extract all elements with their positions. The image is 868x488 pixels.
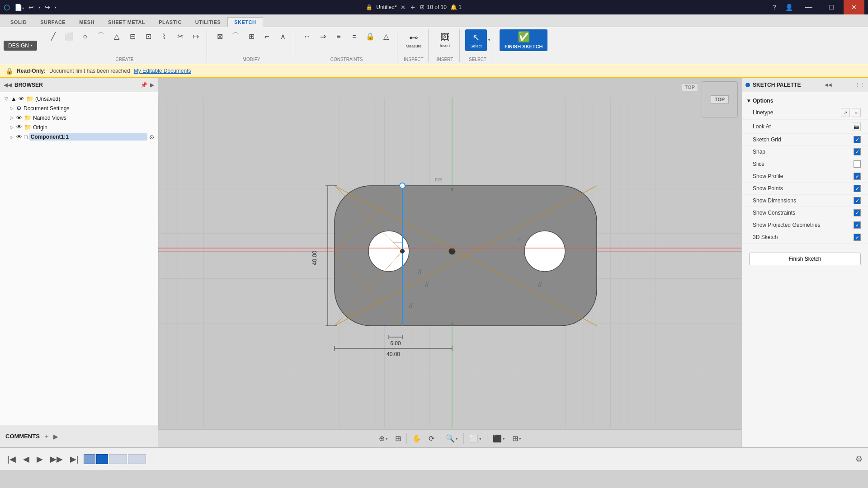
create-point-btn[interactable]: ⊡ bbox=[141, 29, 156, 44]
modify-pattern-btn[interactable]: ⊞ bbox=[244, 29, 259, 44]
tab-mesh[interactable]: MESH bbox=[72, 17, 101, 27]
create-arc-btn[interactable]: ⌒ bbox=[94, 29, 108, 44]
3d-sketch-checkbox[interactable]: ✓ bbox=[854, 234, 861, 241]
modify-fillet-btn[interactable]: ⌐ bbox=[260, 29, 274, 44]
constraint-lock-btn[interactable]: 🔒 bbox=[363, 29, 377, 44]
linetype-btn1[interactable]: ↗ bbox=[841, 108, 850, 117]
tab-solid[interactable]: SOLID bbox=[4, 17, 33, 27]
top-face-label[interactable]: TOP bbox=[711, 95, 729, 103]
show-profile-checkbox[interactable]: ✓ bbox=[854, 173, 861, 180]
playback-play-btn[interactable]: ▶ bbox=[35, 452, 45, 466]
playback-next-btn[interactable]: ▶▶ bbox=[48, 452, 65, 466]
linetype-btn2[interactable]: ○ bbox=[852, 108, 861, 117]
tab-surface[interactable]: SURFACE bbox=[33, 17, 72, 27]
playback-prev-btn[interactable]: ◀ bbox=[21, 452, 31, 466]
close-document-btn[interactable]: ✕ bbox=[401, 4, 406, 11]
modify-offset-btn[interactable]: ⊠ bbox=[212, 29, 227, 44]
create-spline-btn[interactable]: ⌇ bbox=[157, 29, 171, 44]
inspect-measure-btn[interactable]: ⊷ Measure bbox=[403, 29, 425, 51]
frame-box-1[interactable] bbox=[84, 454, 95, 464]
show-profile-label: Show Profile bbox=[753, 173, 783, 179]
frame-box-3[interactable] bbox=[109, 454, 127, 464]
tree-item-origin[interactable]: ▷ 👁 📁 Origin bbox=[0, 122, 158, 132]
tab-sketch[interactable]: SKETCH bbox=[227, 17, 263, 27]
create-slot-btn[interactable]: ⊟ bbox=[125, 29, 140, 44]
tree-item-doc-settings[interactable]: ▷ ⚙ Document Settings bbox=[0, 103, 158, 113]
show-projected-checkbox[interactable]: ✓ bbox=[854, 221, 861, 229]
help-btn[interactable]: ? bbox=[769, 3, 780, 12]
redo-btn[interactable]: ↪ bbox=[43, 3, 52, 12]
playback-first-btn[interactable]: |◀ bbox=[5, 452, 18, 466]
display-settings-btn[interactable]: ⬛▾ bbox=[490, 432, 508, 445]
canvas-svg[interactable]: 40.00 6.00 40.00 // // // // ⊡⊡ ⊡ bbox=[158, 78, 741, 447]
create-polygon-btn[interactable]: △ bbox=[109, 29, 124, 44]
palette-expand-btn[interactable]: ◀◀ bbox=[825, 82, 832, 87]
constraint-perp-btn[interactable]: △ bbox=[379, 29, 393, 44]
show-points-checkbox[interactable]: ✓ bbox=[854, 185, 861, 192]
redo-dropdown-btn[interactable]: ▾ bbox=[53, 5, 58, 10]
add-comment-btn[interactable]: ＋ bbox=[43, 432, 50, 441]
maximize-btn[interactable]: □ bbox=[821, 0, 842, 14]
file-menu-btn[interactable]: 📄▾ bbox=[13, 3, 26, 12]
modify-trim2-btn[interactable]: ∧ bbox=[276, 29, 290, 44]
finish-sketch-palette-btn[interactable]: Finish Sketch bbox=[749, 253, 861, 265]
tab-plastic[interactable]: PLASTIC bbox=[152, 17, 189, 27]
tab-sheet-metal[interactable]: SHEET METAL bbox=[101, 17, 152, 27]
undo-dropdown-btn[interactable]: ▾ bbox=[37, 5, 42, 10]
editable-docs-link[interactable]: My Editable Documents bbox=[134, 68, 191, 74]
canvas-area[interactable]: TOP bbox=[158, 78, 741, 447]
palette-header: SKETCH PALETTE ◀◀ ⋮⋮ bbox=[742, 78, 868, 92]
create-line-btn[interactable]: ╱ bbox=[46, 29, 61, 44]
palette-pin-btn[interactable]: ⋮⋮ bbox=[855, 82, 864, 87]
account-btn[interactable]: 👤 bbox=[782, 3, 797, 12]
create-circle-btn[interactable]: ○ bbox=[78, 29, 92, 44]
frame-box-2[interactable] bbox=[96, 454, 108, 464]
view-layout-btn[interactable]: ⊞▾ bbox=[509, 432, 524, 445]
browser-expand-btn[interactable]: ▶ bbox=[150, 82, 154, 88]
grid-display-btn[interactable]: ⊞ bbox=[392, 432, 404, 445]
tree-item-root[interactable]: ▽ ▲ 👁 📁 (Unsaved) bbox=[0, 94, 158, 103]
zoom-btn[interactable]: 🔍▾ bbox=[443, 432, 461, 445]
constraint-vert-btn[interactable]: ≡ bbox=[331, 29, 346, 44]
browser-back-btn[interactable]: ◀◀ bbox=[4, 82, 12, 88]
select-filter-btn[interactable]: ⬜▾ bbox=[467, 432, 484, 445]
view-cube[interactable]: TOP bbox=[702, 81, 738, 117]
orbit-btn[interactable]: ⟳ bbox=[426, 432, 437, 445]
design-dropdown-btn[interactable]: DESIGN ▾ bbox=[4, 41, 37, 51]
playback-last-btn[interactable]: ▶| bbox=[68, 452, 80, 466]
tree-item-named-views[interactable]: ▷ 👁 📁 Named Views bbox=[0, 113, 158, 122]
right-circle[interactable] bbox=[524, 231, 565, 272]
tab-utilities[interactable]: UTILITIES bbox=[189, 17, 227, 27]
browser-pin-btn[interactable]: 📌 bbox=[141, 82, 147, 88]
modify-mirror-btn[interactable]: ⌒ bbox=[228, 29, 243, 44]
view-cube-label[interactable]: TOP bbox=[711, 95, 729, 103]
undo-btn[interactable]: ↩ bbox=[27, 3, 36, 12]
timeline-settings-btn[interactable]: ⚙ bbox=[855, 454, 863, 464]
comment-expand-btn[interactable]: ▶ bbox=[53, 433, 58, 440]
frame-box-4[interactable] bbox=[128, 454, 146, 464]
create-trim-btn[interactable]: ✂ bbox=[173, 29, 187, 44]
minimize-btn[interactable]: — bbox=[798, 0, 819, 14]
slice-checkbox[interactable] bbox=[854, 160, 861, 168]
show-constraints-checkbox[interactable]: ✓ bbox=[854, 209, 861, 216]
look-at-btn[interactable]: 📷 bbox=[852, 122, 861, 131]
new-tab-btn[interactable]: ＋ bbox=[409, 3, 416, 12]
create-rect-btn[interactable]: ⬜ bbox=[62, 29, 76, 44]
tree-item-component1[interactable]: ▷ 👁 □ Component1:1 ⊙ bbox=[0, 132, 158, 142]
constraint-sym2: // bbox=[409, 302, 413, 309]
readonly-lock-icon: 🔒 bbox=[5, 67, 13, 75]
constraint-dimension-btn[interactable]: ↔ bbox=[300, 29, 314, 44]
snap-btn[interactable]: ⊕▾ bbox=[376, 432, 391, 445]
show-dimensions-checkbox[interactable]: ✓ bbox=[854, 197, 861, 204]
create-extend-btn[interactable]: ↦ bbox=[189, 29, 203, 44]
snap-checkbox[interactable]: ✓ bbox=[854, 148, 861, 155]
insert-image-btn[interactable]: 🖼 Insert bbox=[434, 29, 456, 51]
constraint-horiz-btn[interactable]: ⇒ bbox=[316, 29, 330, 44]
select-btn[interactable]: ↖ Select bbox=[465, 29, 487, 51]
finish-sketch-ribbon-btn[interactable]: ✅ FINISH SKETCH bbox=[500, 29, 547, 51]
constraint-equal-btn[interactable]: = bbox=[347, 29, 362, 44]
pan-btn[interactable]: ✋ bbox=[410, 432, 424, 445]
close-app-btn[interactable]: ✕ bbox=[844, 0, 864, 14]
sketch-grid-checkbox[interactable]: ✓ bbox=[854, 136, 861, 143]
options-section-header[interactable]: ▾ Options bbox=[742, 96, 868, 106]
